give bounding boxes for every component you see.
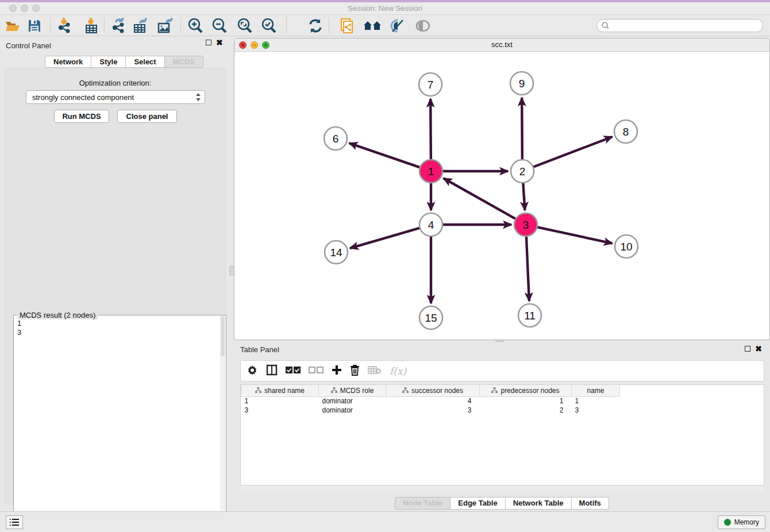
- select-stepper-icon: [195, 93, 201, 101]
- window-zoom-button[interactable]: [32, 5, 40, 12]
- mcds-panel-body: Optimization criterion: strongly connect…: [5, 68, 226, 504]
- show-all-icon[interactable]: [414, 17, 432, 35]
- hierarchy-icon: [255, 387, 261, 394]
- zoom-in-icon[interactable]: [186, 17, 205, 35]
- node-table-grid[interactable]: shared nameMCDS rolesuccessor nodesprede…: [241, 385, 620, 415]
- column-manager-icon[interactable]: [266, 364, 278, 378]
- add-column-icon[interactable]: [332, 365, 342, 377]
- tab-edge-table[interactable]: Edge Table: [451, 497, 505, 510]
- toolbar-separator: [180, 18, 181, 33]
- tab-network[interactable]: Network: [45, 56, 91, 68]
- node-label-7: 7: [428, 79, 434, 91]
- node-label-2: 2: [519, 165, 526, 178]
- tab-style[interactable]: Style: [91, 56, 126, 68]
- clone-network-icon[interactable]: [338, 17, 357, 35]
- close-panel-button[interactable]: Close panel: [117, 110, 177, 123]
- search-box[interactable]: [596, 19, 763, 32]
- zoom-selected-icon[interactable]: [260, 17, 278, 35]
- edge-1-7[interactable]: [430, 99, 431, 161]
- toolbar-separator: [50, 18, 51, 33]
- import-network-icon[interactable]: [56, 17, 74, 35]
- network-close-icon[interactable]: ×: [239, 41, 247, 49]
- refresh-layout-icon[interactable]: [306, 17, 325, 35]
- mcds-result-text[interactable]: 1 3: [17, 319, 21, 337]
- zoom-fit-icon[interactable]: [236, 17, 254, 35]
- network-minimize-icon[interactable]: –: [251, 41, 258, 49]
- table-row[interactable]: 1dominator411: [241, 396, 620, 406]
- table-panel: Table Panel ✖ f(x) shared nameMCDS roles…: [234, 342, 770, 511]
- export-network-icon[interactable]: [110, 17, 128, 35]
- tab-mcds[interactable]: MCDS: [165, 56, 203, 68]
- network-canvas[interactable]: 7968124314101511: [234, 52, 769, 340]
- edge-3-10[interactable]: [536, 227, 613, 244]
- window-close-button[interactable]: [9, 5, 17, 12]
- open-session-icon[interactable]: [3, 17, 22, 35]
- node-label-3: 3: [523, 219, 529, 231]
- mcds-result-box: MCDS result (2 nodes) 1 3: [13, 315, 226, 532]
- close-panel-icon[interactable]: ✖: [216, 40, 223, 45]
- selected-criterion: strongly connected component: [32, 93, 195, 102]
- edge-2-9[interactable]: [522, 98, 522, 161]
- tab-node-table[interactable]: Node Table: [395, 497, 451, 510]
- close-table-panel-icon[interactable]: ✖: [755, 346, 762, 352]
- edge-2-3[interactable]: [523, 182, 525, 210]
- memory-button[interactable]: Memory: [718, 515, 765, 529]
- edge-3-1[interactable]: [444, 178, 517, 219]
- node-label-11: 11: [524, 310, 536, 322]
- toolbar-separator: [104, 18, 105, 33]
- optimization-criterion-label: Optimization criterion:: [5, 79, 225, 87]
- edge-3-11[interactable]: [526, 235, 529, 301]
- float-panel-icon[interactable]: [206, 40, 211, 45]
- import-table-icon[interactable]: [82, 17, 101, 35]
- delete-table-icon[interactable]: [368, 365, 382, 377]
- save-session-icon[interactable]: [25, 17, 44, 35]
- first-neighbors-icon[interactable]: [363, 17, 382, 35]
- optimization-criterion-select[interactable]: strongly connected component: [26, 90, 205, 104]
- column-header-name[interactable]: name: [572, 385, 620, 396]
- memory-label: Memory: [734, 518, 759, 526]
- network-maximize-icon[interactable]: +: [262, 41, 270, 49]
- hierarchy-icon: [402, 387, 409, 394]
- toolbar-separator: [286, 18, 287, 33]
- column-header-MCDS-role[interactable]: MCDS role: [319, 385, 386, 396]
- app-titlebar: Session: New Session: [0, 2, 770, 15]
- table-hscrollbar[interactable]: [240, 485, 764, 492]
- column-header-successor-nodes[interactable]: successor nodes: [386, 385, 480, 396]
- export-table-icon[interactable]: [132, 17, 150, 35]
- main-toolbar: [0, 15, 770, 36]
- result-scrollbar[interactable]: [220, 316, 225, 532]
- deselect-all-icon[interactable]: [309, 366, 324, 376]
- tab-select[interactable]: Select: [126, 56, 164, 68]
- table-toolbar: f(x): [240, 360, 764, 381]
- search-input[interactable]: [611, 20, 763, 31]
- column-header-shared-name[interactable]: shared name: [241, 385, 319, 396]
- tab-network-table[interactable]: Network Table: [506, 497, 572, 510]
- table-settings-icon[interactable]: [247, 364, 258, 378]
- search-icon: [602, 22, 609, 29]
- float-table-panel-icon[interactable]: [745, 346, 750, 352]
- zoom-out-icon[interactable]: [210, 17, 229, 35]
- status-bar: Memory: [0, 511, 770, 532]
- edge-4-14[interactable]: [350, 228, 421, 248]
- hierarchy-icon: [491, 387, 498, 394]
- select-all-icon[interactable]: [286, 366, 301, 376]
- edge-1-6[interactable]: [349, 143, 421, 168]
- task-history-button[interactable]: [6, 515, 23, 529]
- network-graph: 7968124314101511: [234, 52, 769, 340]
- table-panel-buttons: ✖: [745, 346, 762, 352]
- toolbar-separator: [329, 18, 329, 33]
- function-builder-icon[interactable]: f(x): [390, 365, 406, 377]
- control-panel: Control Panel ✖ Network Style Select MCD…: [0, 36, 232, 511]
- tab-motifs[interactable]: Motifs: [572, 497, 609, 510]
- table-row[interactable]: 3dominator323: [241, 406, 620, 415]
- window-minimize-button[interactable]: [21, 5, 28, 12]
- run-mcds-button[interactable]: Run MCDS: [54, 110, 109, 123]
- network-window-titlebar[interactable]: × – + scc.txt: [234, 38, 769, 52]
- export-image-icon[interactable]: [156, 17, 175, 35]
- control-panel-tabs: Network Style Select MCDS: [45, 56, 203, 68]
- delete-column-icon[interactable]: [350, 364, 360, 378]
- hide-selected-icon[interactable]: [388, 17, 407, 35]
- column-header-predecessor-nodes[interactable]: predecessor nodes: [480, 385, 572, 396]
- list-icon: [9, 518, 20, 526]
- edge-2-8[interactable]: [532, 137, 613, 168]
